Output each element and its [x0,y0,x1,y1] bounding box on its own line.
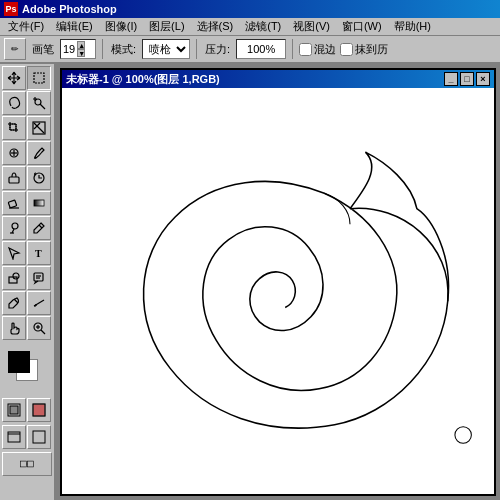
tool-stamp[interactable] [2,166,26,190]
svg-rect-22 [34,200,44,206]
svg-rect-11 [10,124,16,130]
tool-screen-full[interactable] [27,425,51,449]
toolbox: T [0,64,56,500]
canvas-window: 未标器-1 @ 100%(图层 1,RGB) _ □ × [60,68,496,496]
wet-edges-text: 混边 [314,42,336,57]
tool-row-4 [2,141,52,165]
drawing-area[interactable] [62,88,494,494]
pencil-label: 画笔 [30,42,56,57]
tool-row-extra2 [2,425,52,449]
app-icon: Ps [4,2,18,16]
svg-point-23 [12,223,18,229]
tool-screen-mode[interactable] [2,425,26,449]
canvas-titlebar-buttons: _ □ × [444,72,490,86]
tool-row-7 [2,216,52,240]
brush-size-value: 19 [63,43,75,55]
svg-text:T: T [35,248,42,259]
menu-item-视图v[interactable]: 视图(V) [287,18,336,35]
tool-history[interactable] [27,166,51,190]
toolbar: ✏ 画笔 19 ▲ ▼ 模式: 喷枪 正常 溶解 压力: 混边 抹到历 [0,36,500,64]
app-title: Adobe Photoshop [22,3,117,15]
svg-point-50 [455,427,471,443]
tool-notes[interactable] [27,266,51,290]
svg-rect-41 [10,406,18,414]
tool-crop[interactable] [2,116,26,140]
svg-rect-20 [8,200,17,208]
tool-row-3 [2,116,52,140]
tool-magic-wand[interactable] [27,91,51,115]
svg-rect-47 [21,461,27,467]
svg-rect-46 [33,431,45,443]
mode-select[interactable]: 喷枪 正常 溶解 [142,39,190,59]
menu-item-编辑e[interactable]: 编辑(E) [50,18,99,35]
menu-item-滤镜t[interactable]: 滤镜(T) [239,18,287,35]
brush-size-box: 19 ▲ ▼ [60,39,96,59]
menu-item-窗口w[interactable]: 窗口(W) [336,18,388,35]
tool-heal[interactable] [2,141,26,165]
main-area: T [0,64,500,500]
tool-measure[interactable] [27,291,51,315]
tool-row-11 [2,316,52,340]
canvas-maximize-btn[interactable]: □ [460,72,474,86]
menu-item-图像i[interactable]: 图像(I) [99,18,143,35]
tool-row-1 [2,66,52,90]
svg-point-6 [35,99,41,105]
tool-row-extra3 [2,452,52,476]
tool-eraser[interactable] [2,191,26,215]
menubar: 文件(F)编辑(E)图像(I)图层(L)选择(S)滤镜(T)视图(V)窗口(W)… [0,18,500,36]
toolbar-sep-1 [102,39,103,59]
tool-zoom[interactable] [27,316,51,340]
menu-item-帮助h[interactable]: 帮助(H) [388,18,437,35]
tool-row-extra1 [2,398,52,422]
foreground-color-swatch[interactable] [8,351,30,373]
color-area [2,347,52,393]
tool-lasso[interactable] [2,91,26,115]
svg-line-25 [39,225,42,228]
svg-line-37 [41,330,45,334]
tool-slice[interactable] [27,116,51,140]
wet-edges-label[interactable]: 混边 [299,42,336,57]
tool-row-8: T [2,241,52,265]
toolbar-sep-2 [196,39,197,59]
tool-shape[interactable] [2,266,26,290]
tool-text[interactable]: T [27,241,51,265]
airbrush-checkbox[interactable] [340,43,353,56]
menu-item-选择s[interactable]: 选择(S) [191,18,240,35]
canvas-titlebar: 未标器-1 @ 100%(图层 1,RGB) _ □ × [62,70,494,88]
tool-gradient[interactable] [27,191,51,215]
svg-rect-18 [9,177,19,183]
tool-marquee-rect[interactable] [27,66,51,90]
canvas-title: 未标器-1 @ 100%(图层 1,RGB) [66,72,220,87]
tool-quick-mask-on[interactable] [27,398,51,422]
tool-row-2 [2,91,52,115]
tool-pen[interactable] [27,216,51,240]
svg-rect-48 [28,461,34,467]
airbrush-text: 抹到历 [355,42,388,57]
tool-path-select[interactable] [2,241,26,265]
airbrush-label[interactable]: 抹到历 [340,42,388,57]
pressure-input[interactable] [236,39,286,59]
tool-quick-mask-off[interactable] [2,398,26,422]
canvas-close-btn[interactable]: × [476,72,490,86]
titlebar: Ps Adobe Photoshop [0,0,500,18]
tool-jump-to[interactable] [2,452,52,476]
tool-eyedropper[interactable] [2,291,26,315]
size-up-btn[interactable]: ▲ [77,41,85,49]
tool-brush[interactable] [27,141,51,165]
svg-line-32 [14,299,18,303]
menu-item-文件f[interactable]: 文件(F) [2,18,50,35]
tool-dodge[interactable] [2,216,26,240]
brush-tool-icon[interactable]: ✏ [4,38,26,60]
menu-item-图层l[interactable]: 图层(L) [143,18,190,35]
canvas-svg [62,88,494,494]
svg-rect-29 [34,273,43,281]
canvas-minimize-btn[interactable]: _ [444,72,458,86]
tool-move[interactable] [2,66,26,90]
color-picker[interactable] [8,351,46,389]
tool-row-5 [2,166,52,190]
svg-rect-0 [34,73,44,83]
tool-hand[interactable] [2,316,26,340]
tool-row-6 [2,191,52,215]
size-down-btn[interactable]: ▼ [77,49,85,57]
wet-edges-checkbox[interactable] [299,43,312,56]
